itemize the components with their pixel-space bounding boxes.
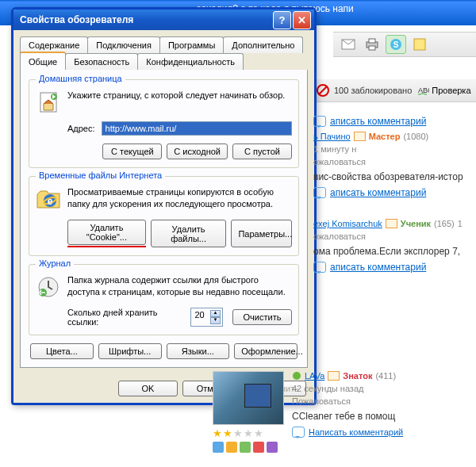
tab-general[interactable]: Общие xyxy=(20,52,66,70)
comment-icon xyxy=(313,187,326,198)
user-score: (165) xyxy=(434,219,455,228)
write-comment-link[interactable]: аписать комментарий xyxy=(313,116,473,127)
answer-item: ь Пачино Мастер (1080) 1 минуту н ожалов… xyxy=(313,132,473,209)
homepage-desc: Укажите страницу, с которой следует начи… xyxy=(67,90,292,115)
user-rank: Знаток xyxy=(343,371,372,381)
tab-security[interactable]: Безопасность xyxy=(65,53,138,70)
user-rank: Мастер xyxy=(369,132,401,141)
tab-row-1: Содержание Подключения Программы Дополни… xyxy=(13,30,314,53)
write-comment-link[interactable]: Написать комментарий xyxy=(292,427,466,438)
tab-programs[interactable]: Программы xyxy=(159,36,224,53)
colors-button[interactable]: Цвета... xyxy=(30,343,94,359)
block-icon xyxy=(317,84,329,97)
homepage-group: Домашняя страница Укажите страницу, с ко… xyxy=(29,79,299,168)
svg-rect-2 xyxy=(369,39,375,43)
answer-time: 42 секунды назад xyxy=(292,384,363,393)
dialog-title: Свойства обозревателя xyxy=(17,14,271,25)
days-spinner[interactable]: 20 ▲ ▼ xyxy=(190,308,223,327)
complain-link[interactable]: Пожаловаться xyxy=(292,396,466,406)
ok-button[interactable]: OK xyxy=(118,381,178,396)
write-comment-link[interactable]: аписать комментарий xyxy=(313,187,473,198)
svg-text:S: S xyxy=(393,40,399,49)
home-icon xyxy=(36,90,61,115)
skype-toolbar-icon[interactable]: S xyxy=(386,35,406,54)
star-icon: ★ xyxy=(244,427,253,439)
temp-files-group: Временные файлы Интернета e Просматривае… xyxy=(29,176,299,256)
comment-icon xyxy=(313,262,326,273)
history-group: Журнал Папка журнала содержит ссылки для… xyxy=(29,264,299,335)
badge-icon xyxy=(213,442,224,453)
user-score: (411) xyxy=(375,371,396,381)
answer-time: 1 минуту н xyxy=(313,144,356,154)
star-icon: ★ xyxy=(213,427,222,439)
days-value: 20 xyxy=(193,310,210,324)
internet-options-dialog: Свойства обозревателя ? ✕ Содержание Под… xyxy=(11,7,317,405)
homepage-group-label: Домашняя страница xyxy=(36,74,125,83)
clear-history-button[interactable]: Очистить xyxy=(232,309,292,325)
online-icon xyxy=(292,371,301,381)
general-tab-panel: Домашняя страница Укажите страницу, с ко… xyxy=(20,70,308,368)
comment-label: аписать комментарий xyxy=(330,262,426,273)
spin-up[interactable]: ▲ xyxy=(210,310,221,317)
user-score: (1080) xyxy=(403,132,428,141)
mail-icon[interactable] xyxy=(386,219,397,228)
comment-icon xyxy=(313,116,326,127)
delete-cookies-button[interactable]: Удалить "Cookie"... xyxy=(67,220,146,245)
answer-item-full: ★ ★ ★ ★ ★ LAVa Знаток (411) 42 секунды н… xyxy=(213,371,466,453)
badge-icon xyxy=(267,442,278,453)
spin-down[interactable]: ▼ xyxy=(210,317,221,324)
user-link[interactable]: exej Komisarchuk xyxy=(313,219,382,228)
tab-content[interactable]: Содержание xyxy=(20,36,88,53)
answer-text: вис-свойства обозревателя-истор xyxy=(313,171,473,182)
use-blank-button[interactable]: С пустой xyxy=(232,144,292,159)
svg-point-17 xyxy=(293,372,301,380)
answer-text: CCleaner тебе в помощ xyxy=(292,411,466,422)
use-default-button[interactable]: С исходной xyxy=(167,144,228,159)
use-current-button[interactable]: С текущей xyxy=(102,144,162,159)
tab-advanced[interactable]: Дополнительно xyxy=(223,36,303,53)
complain-link[interactable]: ожаловаться xyxy=(313,232,473,241)
browser-toolbar: S xyxy=(333,32,476,57)
fonts-button[interactable]: Шрифты... xyxy=(98,343,162,359)
settings-button[interactable]: Параметры... xyxy=(231,220,292,247)
write-comment-link[interactable]: аписать комментарий xyxy=(313,262,473,273)
user-link[interactable]: LAVa xyxy=(305,371,324,381)
dialog-titlebar[interactable]: Свойства обозревателя ? ✕ xyxy=(13,10,314,30)
languages-button[interactable]: Языки... xyxy=(167,343,230,359)
blocked-count[interactable]: 100 заблокировано xyxy=(334,86,412,95)
history-desc: Папка журнала содержит ссылки для быстро… xyxy=(67,274,292,300)
user-link[interactable]: ь Пачино xyxy=(313,132,351,141)
print-toolbar-icon[interactable] xyxy=(362,35,382,54)
help-button[interactable]: ? xyxy=(273,11,291,29)
badge-icon xyxy=(253,442,264,453)
spellcheck-button[interactable]: ABC Проверка xyxy=(416,85,470,96)
user-avatar[interactable] xyxy=(213,371,284,425)
mail-icon[interactable] xyxy=(354,132,366,141)
tab-connections[interactable]: Подключения xyxy=(87,36,160,53)
temp-files-desc: Просматриваемые страницы копируются в ос… xyxy=(67,186,292,212)
badge-icon xyxy=(240,442,251,453)
keep-days-label: Сколько дней хранить ссылки: xyxy=(67,308,186,327)
delete-files-button[interactable]: Удалить файлы... xyxy=(151,220,227,247)
comment-icon xyxy=(292,427,305,438)
accessibility-button[interactable]: Оформление... xyxy=(234,343,298,359)
answer-time: 1 xyxy=(458,219,463,228)
user-badges xyxy=(213,442,284,453)
tab-privacy[interactable]: Конфиденциальность xyxy=(137,53,244,70)
temp-files-group-label: Временные файлы Интернета xyxy=(36,170,165,180)
tab-row-2: Общие Безопасность Конфиденциальность xyxy=(13,53,314,70)
mail-toolbar-icon[interactable] xyxy=(338,35,359,54)
svg-rect-3 xyxy=(369,46,375,50)
avatar-block: ★ ★ ★ ★ ★ xyxy=(213,371,284,453)
ie-folder-icon: e xyxy=(36,186,61,212)
answer-text: ома проблема.Если эксплорер 7, xyxy=(313,246,473,257)
mail-icon[interactable] xyxy=(328,371,340,381)
svg-rect-6 xyxy=(414,39,425,50)
user-rating: ★ ★ ★ ★ ★ xyxy=(213,427,284,439)
checkbox-toolbar-icon[interactable] xyxy=(409,35,430,54)
close-button[interactable]: ✕ xyxy=(293,11,311,29)
answer-item: exej Komisarchuk Ученик (165) 1 ожаловат… xyxy=(313,219,473,284)
comment-label: аписать комментарий xyxy=(330,116,426,127)
homepage-address-input[interactable] xyxy=(102,121,292,136)
complain-link[interactable]: ожаловаться xyxy=(313,157,473,167)
